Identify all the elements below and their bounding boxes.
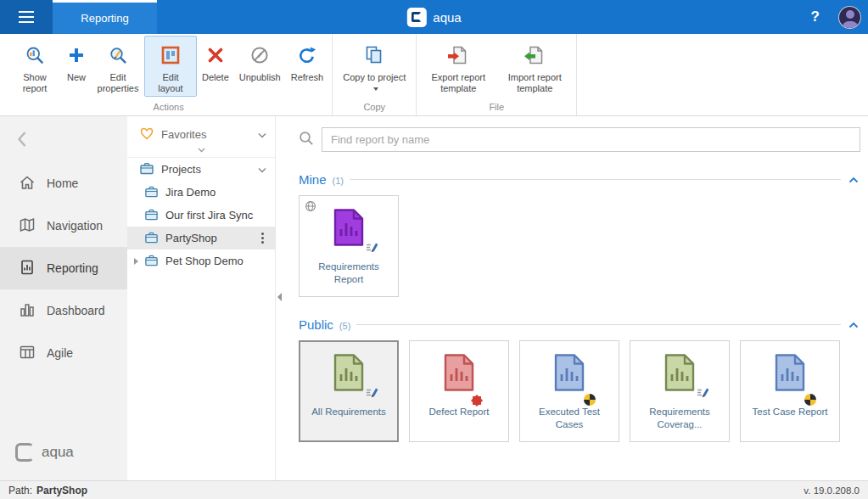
copy-to-project-label: Copy to project (341, 72, 407, 94)
edit-properties-icon (109, 40, 128, 70)
show-report-button[interactable]: Show report (8, 36, 61, 97)
show-report-icon (25, 40, 46, 70)
path-label: Path: (8, 485, 32, 496)
import-report-template-button[interactable]: Import report template (496, 36, 573, 97)
favorites-expander[interactable] (127, 145, 275, 157)
edit-properties-button[interactable]: Edit properties (92, 36, 144, 97)
report-card-label: Executed Test Cases (520, 406, 619, 431)
section-title-public: Public (299, 317, 333, 332)
chevron-up-icon[interactable] (847, 320, 860, 330)
ribbon-group-label-actions: Actions (8, 100, 328, 115)
section-divider (356, 324, 841, 325)
export-icon (447, 40, 469, 70)
chevron-down-icon[interactable] (258, 163, 266, 176)
sidebar-item-agile[interactable]: Agile (0, 332, 127, 374)
unpublish-button[interactable]: Unpublish (234, 36, 286, 86)
section-header-mine: Mine (1) (299, 172, 860, 187)
tree-favorites[interactable]: Favorites (127, 123, 275, 145)
sidebar-item-label: Home (47, 177, 78, 190)
sidebar-item-home[interactable]: Home (0, 162, 127, 205)
sidebar-footer-logo: aqua (0, 443, 127, 480)
sidebar-item-navigation[interactable]: Navigation (0, 205, 127, 247)
sidebar-item-label: Reporting (47, 261, 98, 275)
status-bar: Path: PartyShop v. 19.0.208.0 (0, 480, 868, 499)
favorites-label: Favorites (161, 128, 251, 141)
tree-projects[interactable]: Projects (127, 157, 275, 181)
refresh-label: Refresh (291, 72, 324, 83)
tree-item-our-first-jira-sync[interactable]: Our first Jira Sync (127, 204, 275, 227)
unpublish-icon (249, 40, 270, 70)
report-card-executed-test-cases[interactable]: Executed Test Cases (519, 340, 619, 442)
tree-item-partyshop[interactable]: PartyShop (127, 227, 275, 250)
aqua-logo-icon (406, 8, 426, 27)
aqua-logo-outline-icon (15, 443, 34, 462)
delete-button[interactable]: Delete (197, 36, 234, 86)
tree-item-pet-shop-demo[interactable]: Pet Shop Demo (127, 250, 275, 272)
new-label: New (67, 72, 86, 83)
briefcase-icon (144, 207, 159, 224)
copy-to-project-button[interactable]: Copy to project (336, 36, 412, 97)
sidebar-logo-text: aqua (42, 444, 74, 461)
collapse-panel-handle[interactable] (277, 293, 282, 301)
sidebar-item-label: Dashboard (47, 304, 105, 317)
help-button[interactable]: ? (811, 8, 820, 25)
user-avatar[interactable] (838, 6, 861, 29)
report-doc-icon (553, 353, 585, 395)
new-button[interactable]: New (61, 36, 92, 86)
search-icon (299, 131, 314, 149)
chevron-down-icon[interactable] (258, 128, 266, 141)
expand-arrow-icon[interactable] (134, 258, 138, 265)
copy-icon (364, 40, 384, 70)
search-input[interactable] (322, 127, 860, 152)
bar-chart-icon (19, 301, 36, 321)
sidebar-back-button[interactable] (0, 116, 127, 162)
item-menu-dots-icon[interactable] (261, 237, 264, 239)
home-icon (19, 174, 36, 193)
refresh-button[interactable]: Refresh (286, 36, 329, 86)
briefcase-icon (144, 184, 159, 201)
report-card-all-requirements[interactable]: All Requirements (299, 340, 399, 442)
ribbon-group-file: Export report template Import report tem… (417, 34, 577, 115)
delete-x-icon (206, 40, 225, 70)
edit-layout-button[interactable]: Edit layout (144, 36, 197, 97)
app-title: aqua (433, 10, 461, 25)
section-count-public: (5) (339, 321, 350, 331)
report-card-requirements-report[interactable]: Requirements Report (299, 195, 399, 297)
sidebar-item-reporting[interactable]: Reporting (0, 247, 127, 289)
sidebar-item-dashboard[interactable]: Dashboard (0, 289, 127, 332)
aqua-app-window: Reporting aqua ? Show report (0, 0, 868, 499)
report-doc-icon (333, 353, 365, 395)
top-bar: Reporting aqua ? (0, 0, 868, 34)
sidebar-item-label: Agile (47, 346, 73, 360)
briefcase-icon (144, 253, 159, 270)
import-report-template-label: Import report template (501, 72, 568, 94)
tree-item-label: Jira Demo (165, 186, 266, 199)
report-card-requirements-coverage[interactable]: Requirements Coverag... (630, 340, 730, 442)
edit-badge-icon (365, 385, 378, 402)
chevron-down-small-icon (198, 148, 205, 153)
report-card-test-case-report[interactable]: Test Case Report (740, 340, 840, 442)
edit-layout-label: Edit layout (149, 72, 192, 94)
tree-item-jira-demo[interactable]: Jira Demo (127, 181, 275, 204)
dropdown-caret-icon (373, 87, 378, 91)
map-icon (19, 216, 36, 236)
edit-badge-icon (365, 240, 378, 257)
edit-badge-icon (696, 385, 709, 402)
show-report-label: Show report (14, 72, 56, 94)
plus-icon (66, 40, 87, 70)
ribbon-group-copy: Copy to project Copy (333, 34, 417, 115)
test-badge-icon (804, 394, 816, 406)
hamburger-menu-button[interactable] (0, 0, 53, 34)
tree-item-label: Pet Shop Demo (165, 255, 266, 267)
app-version: v. 19.0.208.0 (804, 485, 860, 496)
report-card-label: All Requirements (307, 406, 390, 418)
export-report-template-button[interactable]: Export report template (420, 36, 496, 97)
report-card-label: Defect Report (425, 406, 494, 418)
report-card-defect-report[interactable]: Defect Report (409, 340, 509, 442)
tab-reporting-label: Reporting (81, 12, 128, 25)
chevron-up-icon[interactable] (847, 175, 860, 185)
report-chart-icon (19, 259, 36, 278)
report-card-label: Requirements Coverag... (630, 406, 729, 431)
tab-reporting[interactable]: Reporting (53, 0, 157, 34)
briefcase-icon (139, 160, 154, 178)
